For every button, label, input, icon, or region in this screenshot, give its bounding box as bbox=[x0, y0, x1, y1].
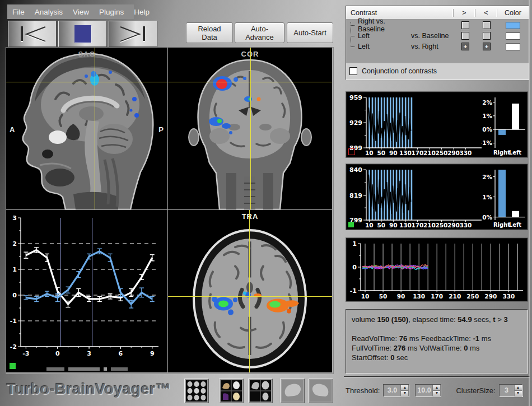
svg-text:-1: -1 bbox=[10, 318, 17, 325]
contrast-row-right-vs-baseline[interactable]: Right vs. Baseline bbox=[346, 20, 529, 30]
svg-text:170: 170 bbox=[411, 150, 423, 156]
svg-text:50: 50 bbox=[377, 150, 386, 156]
condition-strip bbox=[46, 367, 128, 371]
sagittal-view[interactable]: SAG A P bbox=[6, 48, 167, 209]
svg-text:0: 0 bbox=[55, 350, 60, 357]
svg-text:Left: Left bbox=[509, 150, 522, 156]
svg-text:50: 50 bbox=[377, 222, 386, 228]
tree-branch bbox=[351, 46, 355, 47]
tra-view-label: TRA bbox=[242, 212, 259, 221]
svg-text:170: 170 bbox=[431, 293, 443, 300]
spin-down-icon[interactable]: ▼ bbox=[432, 390, 441, 396]
auto-start-button[interactable]: Auto-Start bbox=[287, 22, 333, 43]
menu-file[interactable]: File bbox=[7, 8, 30, 16]
spin-up-icon[interactable]: ▲ bbox=[400, 385, 409, 391]
svg-text:210: 210 bbox=[423, 150, 436, 156]
spin-down-icon[interactable]: ▼ bbox=[400, 390, 409, 396]
mesh-view-right-button[interactable] bbox=[309, 379, 333, 403]
svg-text:130: 130 bbox=[399, 150, 412, 156]
svg-text:170: 170 bbox=[411, 222, 423, 228]
svg-text:840: 840 bbox=[349, 166, 362, 174]
threshold-max-value[interactable]: 10.0 bbox=[416, 385, 432, 396]
svg-text:250: 250 bbox=[466, 293, 479, 300]
threshold-controls: Threshold: 3.0 ▲▼ 10.0 ▲▼ ClusterSize: 3… bbox=[346, 382, 528, 399]
svg-text:130: 130 bbox=[399, 222, 412, 228]
contrast-color-swatch[interactable] bbox=[506, 22, 520, 29]
conjunction-checkbox[interactable] bbox=[349, 67, 357, 75]
svg-text:290: 290 bbox=[484, 293, 497, 300]
gt-checkbox[interactable] bbox=[461, 32, 469, 40]
roi1-percent-signal-bars: 2%1%0%-1%RightLeft bbox=[482, 93, 526, 157]
contrast-color-swatch[interactable] bbox=[506, 32, 520, 40]
transversal-view[interactable]: TRA bbox=[168, 210, 332, 372]
spin-up-icon[interactable]: ▲ bbox=[514, 385, 522, 391]
threshold-min-spinbox: 3.0 ▲▼ bbox=[383, 384, 409, 397]
status-text: volume 150 (150), elapsed time: 54.9 sec… bbox=[352, 315, 522, 362]
ortho-view-stats-icon bbox=[221, 380, 242, 402]
lt-checkbox[interactable]: + bbox=[483, 43, 491, 50]
menu-plugins[interactable]: Plugins bbox=[94, 8, 129, 16]
svg-text:-2: -2 bbox=[10, 343, 17, 351]
svg-text:250: 250 bbox=[435, 222, 447, 228]
svg-text:6: 6 bbox=[119, 350, 123, 357]
conjunction-row: Conjunction of contrasts bbox=[346, 63, 529, 79]
svg-text:290: 290 bbox=[447, 150, 460, 156]
svg-text:210: 210 bbox=[423, 222, 436, 228]
posterior-marker: P bbox=[158, 125, 164, 134]
sagittal-brain-image bbox=[6, 48, 167, 209]
sag-crosshair-vertical bbox=[95, 48, 95, 209]
brain-mesh-icon bbox=[310, 380, 332, 402]
multi-view-panel: SAG A P bbox=[6, 47, 334, 374]
cluster-size-value[interactable]: 3 bbox=[500, 385, 514, 396]
contrast-name: Right vs. Baseline bbox=[358, 17, 411, 33]
menu-help[interactable]: Help bbox=[129, 8, 155, 16]
tra-crosshair-vertical bbox=[249, 210, 250, 372]
mesh-view-left-button[interactable] bbox=[280, 379, 305, 403]
svg-text:-3: -3 bbox=[22, 350, 29, 357]
cluster-size-spinbox: 3 ▲▼ bbox=[499, 384, 523, 397]
spin-up-icon[interactable]: ▲ bbox=[432, 385, 441, 391]
svg-text:250: 250 bbox=[435, 150, 447, 156]
turbo-brainvoyager-window: File Analysis View Plugins Help Reload D… bbox=[0, 0, 532, 406]
roi2-indicator[interactable] bbox=[348, 222, 354, 227]
svg-text:2: 2 bbox=[12, 240, 17, 248]
ortho-view-icon bbox=[250, 380, 271, 402]
svg-text:210: 210 bbox=[449, 293, 461, 300]
contrast-color-swatch[interactable] bbox=[506, 43, 520, 50]
contrast-header-color: Color bbox=[497, 9, 529, 17]
reload-data-button[interactable]: Reload Data bbox=[186, 22, 233, 43]
go-to-last-button[interactable] bbox=[109, 21, 157, 47]
multi-slice-view-button[interactable] bbox=[184, 379, 209, 403]
contrast-row-left-vs-right[interactable]: Left vs. Right + + bbox=[346, 41, 529, 52]
app-logo: Turbo-BrainVoyager™ bbox=[7, 381, 171, 398]
stop-button[interactable] bbox=[58, 21, 107, 47]
svg-text:959: 959 bbox=[349, 94, 362, 101]
go-to-first-button[interactable] bbox=[8, 21, 57, 47]
menu-view[interactable]: View bbox=[68, 8, 94, 16]
auto-advance-button[interactable]: Auto-Advance bbox=[235, 22, 284, 43]
gt-checkbox[interactable]: + bbox=[461, 43, 469, 50]
menu-analysis[interactable]: Analysis bbox=[30, 8, 68, 16]
lt-checkbox[interactable] bbox=[483, 32, 491, 40]
tra-crosshair-horizontal bbox=[168, 296, 332, 297]
event-related-plot-quadrant[interactable]: 3210-1-2-30369 bbox=[6, 210, 167, 372]
ortho-view-button[interactable] bbox=[248, 379, 273, 403]
coronal-view[interactable]: COR bbox=[168, 48, 332, 209]
svg-text:0: 0 bbox=[12, 292, 17, 299]
event-plot-indicator[interactable] bbox=[10, 363, 16, 369]
threshold-max-spinbox: 10.0 ▲▼ bbox=[415, 384, 441, 397]
svg-text:130: 130 bbox=[413, 293, 425, 300]
roi1-timecourse-chart: 959929899105090130170210250290330 bbox=[347, 93, 482, 157]
svg-text:-1: -1 bbox=[350, 287, 357, 295]
tree-branch bbox=[351, 36, 355, 36]
svg-text:2%: 2% bbox=[482, 99, 492, 106]
lt-checkbox[interactable] bbox=[483, 21, 491, 29]
contrast-row-left-vs-baseline[interactable]: Left vs. Baseline bbox=[346, 30, 529, 41]
motion-parameters-plot: 10-1105090130170210250290330 bbox=[346, 237, 528, 302]
svg-text:Right: Right bbox=[493, 150, 510, 156]
ortho-view-stats-button[interactable] bbox=[219, 379, 244, 403]
roi1-indicator[interactable] bbox=[348, 148, 355, 155]
gt-checkbox[interactable] bbox=[461, 21, 469, 29]
spin-down-icon[interactable]: ▼ bbox=[514, 390, 522, 396]
threshold-min-value[interactable]: 3.0 bbox=[384, 385, 400, 396]
